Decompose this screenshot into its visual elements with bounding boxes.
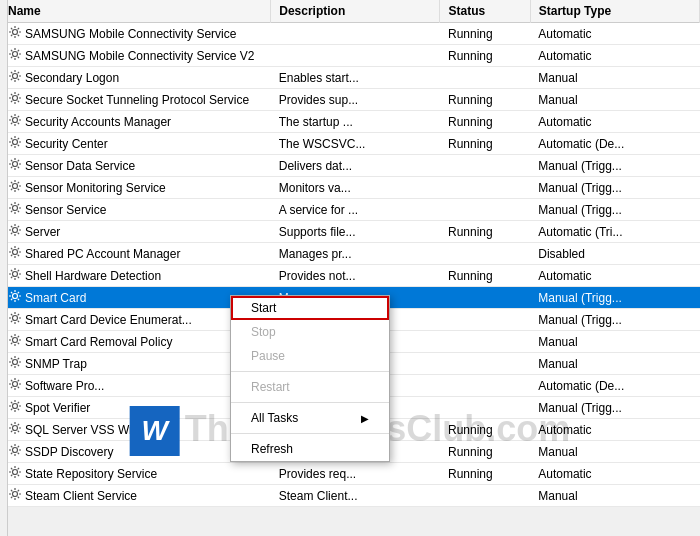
service-desc-cell: Monitors va... <box>271 177 440 199</box>
col-header-description[interactable]: Description <box>271 0 440 23</box>
service-desc-cell: The WSCSVC... <box>271 133 440 155</box>
service-icon <box>8 355 22 372</box>
service-status-cell <box>440 309 530 331</box>
context-menu-item-label: Start <box>251 301 276 315</box>
col-header-startup[interactable]: Startup Type <box>530 0 699 23</box>
service-icon <box>8 91 22 108</box>
col-header-status[interactable]: Status <box>440 0 530 23</box>
service-desc-cell: Delivers dat... <box>271 155 440 177</box>
service-name-cell: Sensor Data Service <box>0 155 271 177</box>
service-status-cell: Running <box>440 133 530 155</box>
service-desc-cell: Supports file... <box>271 221 440 243</box>
service-name-text: Smart Card Device Enumerat... <box>25 313 192 327</box>
service-icon <box>8 25 22 42</box>
service-icon <box>8 113 22 130</box>
svg-point-18 <box>13 426 18 431</box>
service-desc-cell: Manages pr... <box>271 243 440 265</box>
context-menu-item-refresh[interactable]: Refresh <box>231 437 389 461</box>
svg-point-12 <box>13 294 18 299</box>
service-startup-cell: Manual (Trigg... <box>530 397 699 419</box>
service-startup-cell: Manual <box>530 331 699 353</box>
service-name-text: Smart Card Removal Policy <box>25 335 172 349</box>
table-row[interactable]: Shell Hardware DetectionProvides not...R… <box>0 265 700 287</box>
service-startup-cell: Automatic <box>530 45 699 67</box>
service-startup-cell: Manual (Trigg... <box>530 199 699 221</box>
submenu-arrow-icon: ▶ <box>361 413 369 424</box>
service-desc-cell: The startup ... <box>271 111 440 133</box>
service-icon <box>8 223 22 240</box>
service-name-text: Sensor Data Service <box>25 159 135 173</box>
service-startup-cell: Automatic <box>530 419 699 441</box>
context-menu-item-start[interactable]: Start <box>231 296 389 320</box>
service-name-text: Secure Socket Tunneling Protocol Service <box>25 93 249 107</box>
service-startup-cell: Automatic (Tri... <box>530 221 699 243</box>
table-row[interactable]: Shared PC Account ManagerManages pr...Di… <box>0 243 700 265</box>
service-startup-cell: Manual (Trigg... <box>530 309 699 331</box>
table-row[interactable]: Sensor Data ServiceDelivers dat...Manual… <box>0 155 700 177</box>
service-status-cell <box>440 287 530 309</box>
service-desc-cell <box>271 23 440 45</box>
service-name-cell: Security Accounts Manager <box>0 111 271 133</box>
service-icon <box>8 135 22 152</box>
service-name-cell: SAMSUNG Mobile Connectivity Service V2 <box>0 45 271 67</box>
context-menu-item-all-tasks[interactable]: All Tasks▶ <box>231 406 389 430</box>
svg-point-7 <box>13 184 18 189</box>
service-icon <box>8 311 22 328</box>
svg-point-14 <box>13 338 18 343</box>
table-row[interactable]: Sensor ServiceA service for ...Manual (T… <box>0 199 700 221</box>
context-menu-item-restart: Restart <box>231 375 389 399</box>
context-menu-item-label: Restart <box>251 380 290 394</box>
table-row[interactable]: Security CenterThe WSCSVC...RunningAutom… <box>0 133 700 155</box>
service-startup-cell: Automatic <box>530 111 699 133</box>
service-icon <box>8 377 22 394</box>
table-row[interactable]: Secure Socket Tunneling Protocol Service… <box>0 89 700 111</box>
service-status-cell <box>440 397 530 419</box>
table-row[interactable]: Sensor Monitoring ServiceMonitors va...M… <box>0 177 700 199</box>
table-row[interactable]: SAMSUNG Mobile Connectivity ServiceRunni… <box>0 23 700 45</box>
service-startup-cell: Manual <box>530 441 699 463</box>
svg-point-3 <box>13 96 18 101</box>
table-row[interactable]: Steam Client ServiceSteam Client...Manua… <box>0 485 700 507</box>
context-menu-item-label: Pause <box>251 349 285 363</box>
service-icon <box>8 157 22 174</box>
svg-point-19 <box>13 448 18 453</box>
service-startup-cell: Manual (Trigg... <box>530 155 699 177</box>
service-name-cell: Sensor Monitoring Service <box>0 177 271 199</box>
service-name-text: Sensor Monitoring Service <box>25 181 166 195</box>
svg-point-1 <box>13 52 18 57</box>
service-icon <box>8 289 22 306</box>
svg-point-2 <box>13 74 18 79</box>
service-name-cell: Security Center <box>0 133 271 155</box>
service-desc-cell: Provides not... <box>271 265 440 287</box>
service-icon <box>8 245 22 262</box>
service-status-cell <box>440 243 530 265</box>
svg-point-8 <box>13 206 18 211</box>
service-icon <box>8 465 22 482</box>
table-row[interactable]: Security Accounts ManagerThe startup ...… <box>0 111 700 133</box>
context-menu-item-pause: Pause <box>231 344 389 368</box>
table-row[interactable]: Secondary LogonEnables start...Manual <box>0 67 700 89</box>
service-startup-cell: Automatic (De... <box>530 375 699 397</box>
col-header-name[interactable]: Name <box>0 0 271 23</box>
service-name-text: SQL Server VSS Writer <box>25 423 150 437</box>
service-name-text: Security Center <box>25 137 108 151</box>
svg-point-9 <box>13 228 18 233</box>
table-row[interactable]: ServerSupports file...RunningAutomatic (… <box>0 221 700 243</box>
service-status-cell: Running <box>440 221 530 243</box>
service-status-cell <box>440 485 530 507</box>
service-icon <box>8 69 22 86</box>
context-menu-separator <box>231 433 389 434</box>
service-startup-cell: Automatic (De... <box>530 133 699 155</box>
table-row[interactable]: SAMSUNG Mobile Connectivity Service V2Ru… <box>0 45 700 67</box>
service-startup-cell: Manual (Trigg... <box>530 287 699 309</box>
svg-point-0 <box>13 30 18 35</box>
service-startup-cell: Automatic <box>530 265 699 287</box>
table-row[interactable]: State Repository ServiceProvides req...R… <box>0 463 700 485</box>
service-status-cell: Running <box>440 463 530 485</box>
service-status-cell <box>440 331 530 353</box>
service-name-text: Shell Hardware Detection <box>25 269 161 283</box>
context-menu-item-label: Refresh <box>251 442 293 456</box>
svg-point-11 <box>13 272 18 277</box>
svg-point-21 <box>13 492 18 497</box>
svg-point-6 <box>13 162 18 167</box>
